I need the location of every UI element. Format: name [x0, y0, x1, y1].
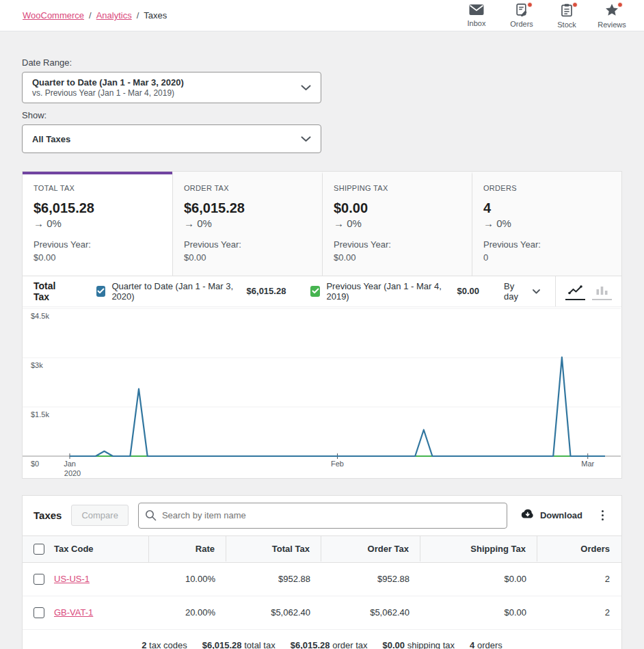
summary-card-total-tax[interactable]: TOTAL TAX $6,015.28 → 0% Previous Year:$…	[23, 172, 172, 276]
compare-button[interactable]: Compare	[71, 505, 128, 526]
taxes-table-panel: Taxes Compare Download Tax Code	[22, 495, 622, 649]
orders-unread-badge	[527, 2, 533, 8]
rate-cell: 10.00%	[149, 563, 226, 595]
trend-arrow-icon: →	[33, 217, 44, 229]
column-header-orders[interactable]: Orders	[537, 536, 621, 561]
summary-shipping-tax: $0.00 shipping tax	[383, 640, 455, 649]
checked-checkbox-icon[interactable]	[310, 286, 320, 297]
breadcrumb-woocommerce-link[interactable]: WooCommerce	[23, 10, 84, 21]
x-axis-tick-label: Feb	[331, 460, 344, 468]
summary-card-previous: Previous Year:$0.00	[334, 239, 461, 265]
chart-title: Total Tax	[33, 280, 70, 302]
interval-select[interactable]: By day	[504, 281, 555, 302]
summary-card-delta: → 0%	[483, 217, 611, 229]
trend-arrow-icon: →	[483, 217, 494, 229]
date-range-label: Date Range:	[22, 57, 622, 68]
table-header-row: Tax Code Rate Total Tax Order Tax Shippi…	[23, 535, 621, 563]
summary-total-tax: $6,015.28 total tax	[202, 640, 276, 649]
chevron-down-icon	[533, 286, 540, 296]
row-checkbox[interactable]	[33, 574, 44, 585]
summary-card-label: ORDER TAX	[184, 184, 311, 192]
reviews-button[interactable]: Reviews	[589, 0, 634, 31]
table-menu-kebab-icon[interactable]	[595, 507, 611, 523]
table-title: Taxes	[33, 509, 62, 521]
x-axis-tick-label: Mar	[581, 460, 594, 468]
summary-card-shipping-tax[interactable]: SHIPPING TAX $0.00 → 0% Previous Year:$0…	[322, 172, 472, 276]
table-row: GB-VAT-1 20.00% $5,062.40 $5,062.40 $0.0…	[23, 596, 621, 630]
row-checkbox[interactable]	[33, 607, 44, 618]
legend-label: Previous Year (Jan 1 - Mar 4, 2019)	[326, 281, 449, 302]
breadcrumb-analytics-link[interactable]: Analytics	[96, 10, 132, 21]
legend-previous-year[interactable]: Previous Year (Jan 1 - Mar 4, 2019) $0.0…	[310, 281, 479, 302]
orders-label: Orders	[510, 20, 533, 28]
column-header-order-tax[interactable]: Order Tax	[321, 536, 420, 561]
interval-value: By day	[504, 281, 527, 302]
chevron-down-icon	[301, 83, 311, 93]
x-axis-tick-label: Jan	[64, 460, 76, 468]
date-range-select[interactable]: Quarter to Date (Jan 1 - Mar 3, 2020) vs…	[22, 72, 321, 103]
stock-alert-badge	[572, 2, 578, 8]
reviews-star-icon	[605, 3, 619, 19]
column-header-tax-code[interactable]: Tax Code	[23, 536, 149, 562]
summary-card-orders[interactable]: ORDERS 4 → 0% Previous Year:0	[472, 172, 621, 276]
legend-value: $6,015.28	[247, 286, 286, 296]
breadcrumb-separator: /	[137, 10, 139, 21]
date-range-compare-value: vs. Previous Year (Jan 1 - Mar 4, 2019)	[32, 88, 301, 98]
checked-checkbox-icon[interactable]	[96, 286, 106, 297]
summary-card-value: 4	[483, 200, 611, 216]
bar-chart-icon[interactable]	[592, 282, 612, 300]
report-filters: Date Range: Quarter to Date (Jan 1 - Mar…	[22, 57, 622, 153]
show-filter-value: All Taxes	[32, 134, 301, 144]
search-input[interactable]	[138, 503, 507, 529]
download-label: Download	[540, 510, 582, 520]
tax-line-chart[interactable]: $0$1.5k$3k$4.5kJanFebMar2020	[23, 307, 621, 478]
reviews-pending-badge	[617, 2, 623, 8]
column-header-rate[interactable]: Rate	[149, 536, 226, 561]
orders-button[interactable]: Orders	[499, 0, 544, 30]
stock-button[interactable]: Stock	[544, 0, 589, 31]
summary-card-value: $6,015.28	[33, 200, 161, 216]
line-chart-icon[interactable]	[565, 282, 585, 300]
trend-arrow-icon: →	[334, 217, 344, 229]
taxes-table: Tax Code Rate Total Tax Order Tax Shippi…	[23, 535, 621, 649]
chevron-down-icon	[301, 134, 311, 144]
summary-card-value: $6,015.28	[184, 200, 311, 216]
column-header-shipping-tax[interactable]: Shipping Tax	[420, 536, 537, 561]
summary-card-label: SHIPPING TAX	[334, 184, 461, 192]
y-axis-tick-label: $1.5k	[31, 410, 49, 419]
orders-icon	[515, 3, 528, 18]
legend-value: $0.00	[457, 286, 480, 296]
stock-label: Stock	[557, 21, 576, 29]
summary-card-label: TOTAL TAX	[33, 184, 161, 192]
select-all-checkbox[interactable]	[33, 544, 44, 555]
column-header-total-tax[interactable]: Total Tax	[226, 536, 321, 561]
tax-chart-svg	[23, 307, 621, 478]
legend-current-period[interactable]: Quarter to Date (Jan 1 - Mar 3, 2020) $6…	[96, 281, 286, 302]
search-icon	[145, 509, 157, 523]
summary-orders: 4 orders	[470, 640, 502, 649]
inbox-icon	[469, 3, 484, 18]
chart-type-toggle	[555, 276, 621, 306]
tax-code-link[interactable]: US-US-1	[54, 574, 90, 584]
inbox-label: Inbox	[468, 19, 486, 27]
legend-label: Quarter to Date (Jan 1 - Mar 3, 2020)	[111, 281, 239, 302]
summary-card-order-tax[interactable]: ORDER TAX $6,015.28 → 0% Previous Year:$…	[172, 172, 322, 276]
summary-card-delta: → 0%	[33, 217, 161, 229]
inbox-button[interactable]: Inbox	[454, 0, 499, 29]
rate-cell: 20.00%	[149, 596, 226, 628]
show-filter-select[interactable]: All Taxes	[22, 124, 321, 153]
summary-tax-codes: 2 tax codes	[142, 640, 187, 649]
summary-card-delta: → 0%	[184, 217, 311, 229]
cloud-download-icon	[520, 509, 535, 522]
summary-card-label: ORDERS	[483, 184, 611, 192]
tax-code-link[interactable]: GB-VAT-1	[54, 607, 93, 618]
admin-top-bar: WooCommerce / Analytics / Taxes Inbox Or…	[0, 0, 644, 31]
y-axis-tick-label: $4.5k	[31, 312, 49, 320]
shipping-tax-cell: $0.00	[420, 563, 537, 595]
date-range-value: Quarter to Date (Jan 1 - Mar 3, 2020)	[32, 77, 301, 88]
shipping-tax-cell: $0.00	[420, 596, 537, 628]
stock-icon	[561, 3, 573, 19]
download-button[interactable]: Download	[517, 505, 585, 526]
breadcrumb-separator: /	[89, 10, 92, 21]
orders-cell: 2	[537, 563, 621, 595]
